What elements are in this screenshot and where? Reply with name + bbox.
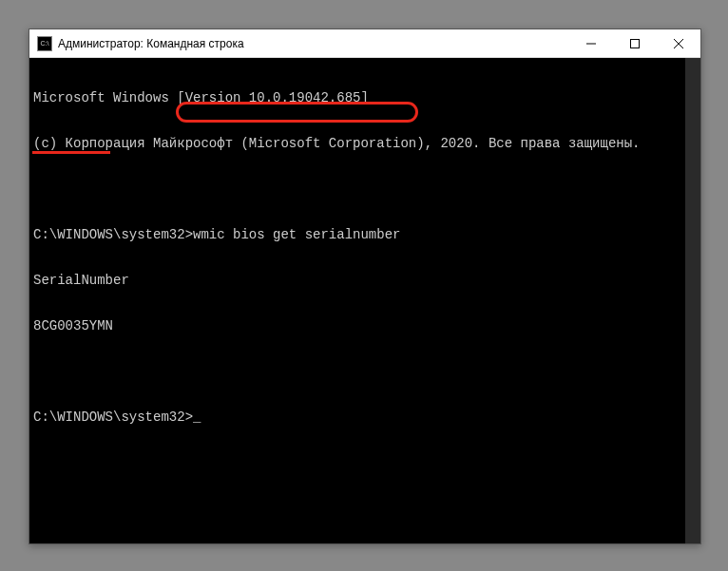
output-header: SerialNumber bbox=[33, 273, 697, 288]
window-title: Администратор: Командная строка bbox=[58, 37, 569, 50]
scrollbar-thumb[interactable] bbox=[685, 58, 700, 543]
svg-rect-1 bbox=[631, 40, 640, 48]
command-prompt-window: C:\ Администратор: Командная строка Micr… bbox=[29, 29, 701, 544]
close-button[interactable] bbox=[657, 29, 700, 58]
terminal-output[interactable]: Microsoft Windows [Version 10.0.19042.68… bbox=[29, 58, 700, 543]
prompt-path: C:\WINDOWS\system32> bbox=[33, 227, 193, 242]
command-line-2: C:\WINDOWS\system32>_ bbox=[33, 409, 697, 425]
command-line-1: C:\WINDOWS\system32>wmic bios get serial… bbox=[33, 227, 697, 242]
version-line: Microsoft Windows [Version 10.0.19042.68… bbox=[33, 90, 697, 105]
cursor: _ bbox=[193, 409, 201, 425]
copyright-line: (c) Корпорация Майкрософт (Microsoft Cor… bbox=[33, 136, 697, 151]
maximize-button[interactable] bbox=[613, 29, 657, 58]
app-icon: C:\ bbox=[37, 36, 52, 51]
blank-line bbox=[33, 181, 697, 197]
annotation-serial-underline bbox=[32, 151, 110, 154]
minimize-button[interactable] bbox=[569, 29, 613, 58]
output-serial-number: 8CG0035YMN bbox=[33, 318, 697, 333]
window-controls bbox=[569, 29, 700, 57]
prompt-path: C:\WINDOWS\system32> bbox=[33, 409, 193, 425]
command-text: wmic bios get serialnumber bbox=[193, 227, 400, 242]
titlebar[interactable]: C:\ Администратор: Командная строка bbox=[29, 29, 700, 58]
app-icon-text: C:\ bbox=[41, 40, 49, 47]
vertical-scrollbar[interactable] bbox=[685, 58, 700, 543]
blank-line bbox=[33, 364, 697, 379]
